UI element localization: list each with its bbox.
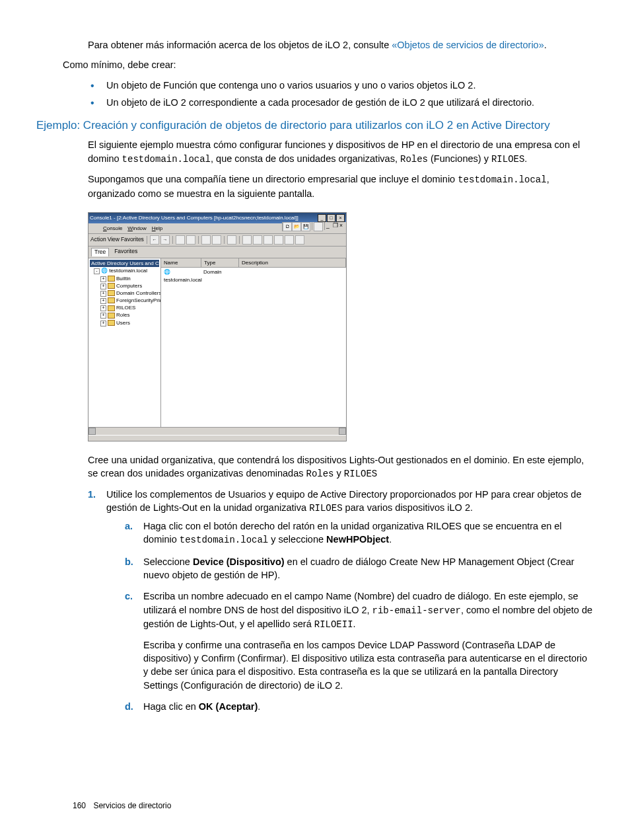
- paragraph: El siguiente ejemplo muestra cómo config…: [88, 138, 594, 166]
- page-number: 160: [73, 801, 86, 810]
- root-node[interactable]: Active Directory Users and Computers: [90, 260, 159, 267]
- tree-pane: Active Directory Users and Computers -🌐 …: [88, 258, 161, 427]
- intro-paragraph: Para obtener más información acerca de l…: [88, 38, 594, 52]
- domain-node[interactable]: -🌐 testdomain.local: [94, 267, 159, 274]
- page-footer: 160 Servicios de directorio: [73, 800, 171, 812]
- section-heading: Ejemplo: Creación y configuración de obj…: [36, 118, 594, 133]
- new-icon[interactable]: 🗋: [283, 222, 292, 231]
- substep-b: b. Seleccione Device (Dispositivo) en el…: [125, 555, 594, 582]
- toolbar-icon[interactable]: [227, 235, 236, 245]
- toolbar-icon[interactable]: [274, 235, 283, 245]
- tree-item[interactable]: +ForeignSecurityPrincipals: [100, 297, 159, 304]
- restore-icon[interactable]: ❐: [333, 222, 339, 229]
- bullet-list: Un objeto de Función que contenga uno o …: [88, 79, 594, 110]
- menu-console[interactable]: Console: [103, 225, 122, 232]
- substeps: a. Haga clic con el botón derecho del ra…: [125, 519, 594, 713]
- link-objetos[interactable]: «Objetos de servicios de directorio»: [392, 40, 544, 50]
- menu-favorites[interactable]: Favorites: [121, 236, 144, 244]
- substep-d: d. Haga clic en OK (Aceptar).: [125, 700, 594, 713]
- toolbar-icon[interactable]: [253, 235, 262, 245]
- col-description[interactable]: Description: [239, 258, 346, 267]
- toolbar-icon[interactable]: [285, 235, 294, 245]
- window-title: Console1 - [2:Active Directory Users and…: [90, 214, 298, 221]
- substep-a: a. Haga clic con el botón derecho del ra…: [125, 519, 594, 547]
- tree-tabs: Tree Favorites: [88, 247, 346, 258]
- close-icon[interactable]: ×: [336, 214, 345, 222]
- menu-window[interactable]: Window: [127, 225, 146, 232]
- maximize-icon[interactable]: □: [327, 214, 335, 222]
- toolbar-icon[interactable]: [186, 235, 195, 245]
- list-row[interactable]: 🌐testdomain.local Domain: [161, 268, 346, 284]
- col-type[interactable]: Type: [201, 258, 239, 267]
- tree-item[interactable]: +Domain Controllers: [100, 289, 159, 297]
- list-pane: Name Type Description 🌐testdomain.local …: [161, 258, 346, 427]
- save-icon[interactable]: 💾: [301, 222, 310, 231]
- tree-item[interactable]: +Users: [100, 319, 159, 326]
- substep-marker: c.: [125, 590, 133, 603]
- column-headers: Name Type Description: [161, 258, 346, 268]
- toolbar-icon[interactable]: [176, 235, 185, 245]
- folder-icon: [108, 290, 115, 296]
- folder-icon: [108, 276, 115, 282]
- minimum-paragraph: Como mínimo, debe crear:: [63, 58, 594, 71]
- substep-c: c. Escriba un nombre adecuado en el camp…: [125, 590, 594, 692]
- toolbar-icon[interactable]: [314, 222, 323, 231]
- folder-icon: [108, 320, 115, 326]
- toolbar-icon[interactable]: [295, 235, 304, 245]
- substep-marker: d.: [125, 700, 133, 713]
- menu-help[interactable]: Help: [152, 225, 162, 232]
- minimize-icon[interactable]: _: [318, 214, 326, 222]
- bullet-item: Un objeto de Función que contenga uno o …: [88, 79, 594, 92]
- toolbar-icon[interactable]: [263, 235, 273, 245]
- tab-tree[interactable]: Tree: [91, 248, 109, 256]
- bullet-item: Un objeto de iLO 2 correspondiente a cad…: [88, 96, 594, 109]
- folder-icon: [108, 305, 115, 311]
- tree-item[interactable]: +RILOES: [100, 304, 159, 311]
- col-name[interactable]: Name: [161, 258, 201, 267]
- toolbar-icon[interactable]: [201, 235, 211, 245]
- horizontal-scrollbar[interactable]: [88, 427, 346, 435]
- screenshot-figure: Console1 - [2:Active Directory Users and…: [88, 212, 594, 441]
- mmc-window: Console1 - [2:Active Directory Users and…: [88, 212, 347, 441]
- tree-item[interactable]: +Computers: [100, 282, 159, 289]
- menu-view[interactable]: View: [108, 236, 120, 244]
- intro-end: .: [544, 40, 547, 50]
- tree-item[interactable]: +Roles: [100, 311, 159, 319]
- substep-marker: b.: [125, 555, 133, 568]
- folder-icon: [108, 313, 115, 319]
- minimize-icon[interactable]: _: [326, 222, 333, 229]
- open-icon[interactable]: 📂: [292, 222, 301, 231]
- forward-icon[interactable]: →: [160, 235, 170, 245]
- tab-favorites[interactable]: Favorites: [114, 248, 137, 256]
- section-name: Servicios de directorio: [93, 801, 171, 810]
- tree-item[interactable]: +Builtin: [100, 275, 159, 282]
- folder-icon: [108, 297, 115, 303]
- step-marker: 1.: [88, 488, 96, 501]
- folder-icon: [108, 283, 115, 289]
- status-bar: [88, 435, 346, 441]
- step-1: 1. Utilice los complementos de Usuarios …: [88, 488, 594, 713]
- toolbar-icon[interactable]: [212, 235, 221, 245]
- toolbar-icon[interactable]: [242, 235, 252, 245]
- intro-text: Para obtener más información acerca de l…: [88, 40, 392, 50]
- menu-action[interactable]: Action: [90, 236, 106, 244]
- back-icon[interactable]: ←: [150, 235, 159, 245]
- substep-marker: a.: [125, 519, 133, 533]
- action-bar: Action View Favorites ← →: [90, 235, 304, 245]
- close-icon[interactable]: ×: [339, 222, 346, 229]
- substep-c-paragraph-2: Escriba y confirme una contraseña en los…: [143, 638, 594, 692]
- paragraph: Supongamos que una compañía tiene un dir…: [88, 172, 594, 200]
- ordered-list: 1. Utilice los complementos de Usuarios …: [88, 488, 594, 713]
- paragraph: Cree una unidad organizativa, que conten…: [88, 453, 594, 481]
